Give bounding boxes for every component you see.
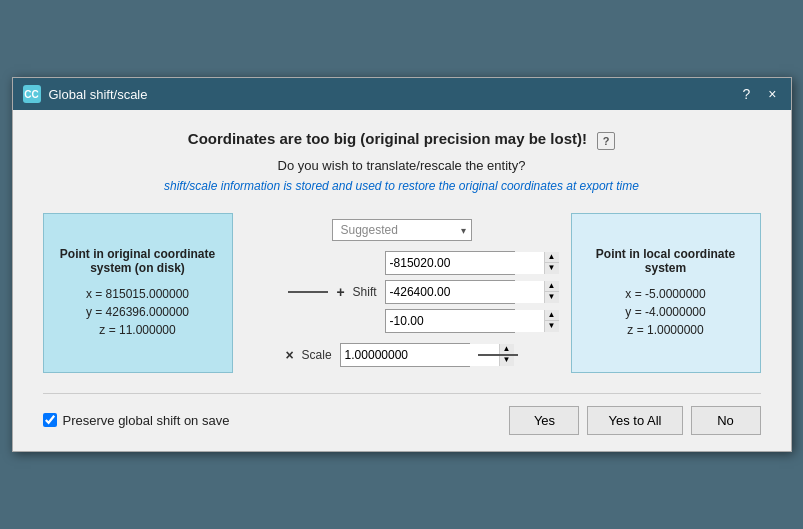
titlebar-controls: ? × — [739, 86, 781, 102]
original-coord-title: Point in original coordinate system (on … — [60, 247, 216, 275]
shift-z-spinners: ▲ ▼ — [544, 310, 559, 332]
local-coord-box: Point in local coordinate system x = -5.… — [571, 213, 761, 373]
buttons-row: Yes Yes to All No — [509, 406, 760, 435]
local-coord-x: x = -5.0000000 — [625, 287, 705, 301]
shift-y-down-btn[interactable]: ▼ — [545, 292, 559, 303]
right-connector-line — [478, 354, 518, 356]
shift-x-spinners: ▲ ▼ — [544, 252, 559, 274]
left-connector-line — [288, 291, 328, 293]
shift-y-spinners: ▲ ▼ — [544, 281, 559, 303]
footer: Preserve global shift on save Yes Yes to… — [43, 393, 761, 435]
help-inline-icon[interactable]: ? — [597, 132, 615, 150]
original-coord-z: z = 11.000000 — [99, 323, 175, 337]
original-coord-x: x = 815015.000000 — [86, 287, 189, 301]
help-button[interactable]: ? — [739, 86, 755, 102]
middle-section: Suggested + Shift ▲ ▼ — [243, 219, 561, 367]
suggested-row: Suggested — [332, 219, 472, 241]
original-coord-box: Point in original coordinate system (on … — [43, 213, 233, 373]
no-button[interactable]: No — [691, 406, 761, 435]
plus-operator: + — [336, 284, 344, 300]
scale-down-btn[interactable]: ▼ — [500, 355, 514, 366]
yes-button[interactable]: Yes — [509, 406, 579, 435]
shift-x-field[interactable]: ▲ ▼ — [385, 251, 515, 275]
local-coord-z: z = 1.0000000 — [627, 323, 703, 337]
dialog-window: CC Global shift/scale ? × Coordinates ar… — [12, 77, 792, 451]
shift-z-down-btn[interactable]: ▼ — [545, 321, 559, 332]
main-title: Coordinates are too big (original precis… — [43, 130, 761, 149]
checkbox-row: Preserve global shift on save — [43, 413, 230, 428]
shift-x-down-btn[interactable]: ▼ — [545, 263, 559, 274]
shift-z-field[interactable]: ▲ ▼ — [385, 309, 515, 333]
main-area: Point in original coordinate system (on … — [43, 213, 761, 373]
shift-fields: ▲ ▼ ▲ ▼ — [385, 251, 515, 333]
subtitle-text: Do you wish to translate/rescale the ent… — [43, 158, 761, 173]
preserve-shift-label: Preserve global shift on save — [63, 413, 230, 428]
shift-z-up-btn[interactable]: ▲ — [545, 310, 559, 322]
suggested-select[interactable]: Suggested — [332, 219, 472, 241]
shift-y-input[interactable] — [386, 281, 544, 303]
app-logo-icon: CC — [23, 85, 41, 103]
original-coord-y: y = 426396.000000 — [86, 305, 189, 319]
shift-x-input[interactable] — [386, 252, 544, 274]
info-text: shift/scale information is stored and us… — [43, 179, 761, 193]
dialog-content: Coordinates are too big (original precis… — [13, 110, 791, 450]
titlebar: CC Global shift/scale ? × — [13, 78, 791, 110]
local-coord-title: Point in local coordinate system — [588, 247, 744, 275]
window-title: Global shift/scale — [49, 87, 148, 102]
close-button[interactable]: × — [764, 86, 780, 102]
titlebar-left: CC Global shift/scale — [23, 85, 148, 103]
yes-to-all-button[interactable]: Yes to All — [587, 406, 682, 435]
x-operator: × — [285, 347, 293, 363]
preserve-shift-checkbox[interactable] — [43, 413, 57, 427]
local-coord-y: y = -4.0000000 — [625, 305, 705, 319]
shift-row: + Shift ▲ ▼ ▲ — [288, 251, 514, 333]
shift-y-field[interactable]: ▲ ▼ — [385, 280, 515, 304]
suggested-select-wrapper[interactable]: Suggested — [332, 219, 472, 241]
scale-input[interactable] — [341, 344, 499, 366]
scale-row: × Scale ▲ ▼ — [285, 343, 517, 367]
shift-x-up-btn[interactable]: ▲ — [545, 252, 559, 264]
shift-y-up-btn[interactable]: ▲ — [545, 281, 559, 293]
shift-z-input[interactable] — [386, 310, 544, 332]
scale-field[interactable]: ▲ ▼ — [340, 343, 470, 367]
shift-label: Shift — [353, 285, 377, 299]
scale-label: Scale — [302, 348, 332, 362]
